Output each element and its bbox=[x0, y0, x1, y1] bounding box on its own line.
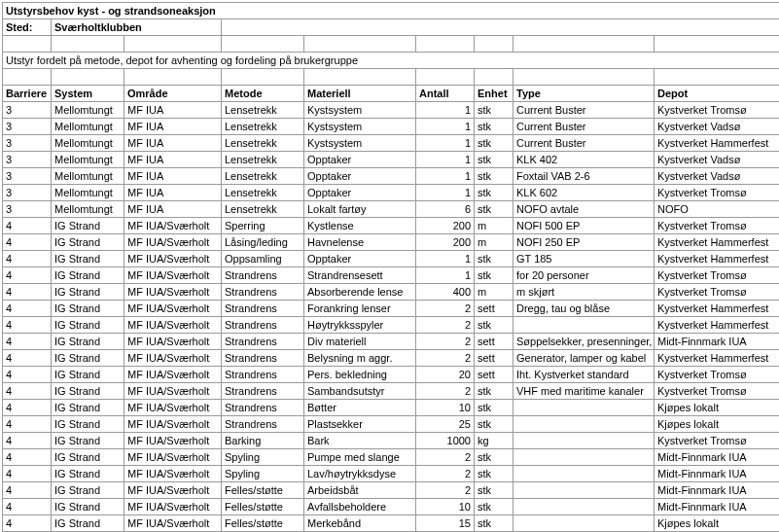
cell-type: GT 185 bbox=[513, 251, 655, 267]
header-system: System bbox=[52, 86, 124, 102]
cell-system: Mellomtungt bbox=[52, 119, 124, 135]
cell-barriere: 4 bbox=[3, 466, 52, 482]
cell-type: NOFI 500 EP bbox=[513, 218, 655, 234]
cell-type bbox=[513, 416, 655, 433]
cell-barriere: 3 bbox=[3, 185, 52, 201]
cell-enhet: stk bbox=[475, 499, 513, 515]
cell-metode: Låsing/leding bbox=[222, 234, 304, 251]
cell-materiell: Høytrykksspyler bbox=[304, 317, 416, 334]
cell-metode: Lensetrekk bbox=[222, 168, 304, 185]
cell-antall: 1 bbox=[416, 102, 475, 119]
cell-enhet: sett bbox=[475, 367, 513, 383]
cell-enhet: stk bbox=[475, 515, 513, 532]
sted-value: Sværholtklubben bbox=[52, 19, 222, 36]
cell-depot: Midt-Finnmark IUA bbox=[655, 466, 780, 482]
cell-antall: 2 bbox=[416, 334, 475, 350]
cell-antall: 2 bbox=[416, 466, 475, 482]
cell-system: IG Strand bbox=[52, 400, 124, 416]
table-row: 4IG StrandMF IUA/SværholtStrandrensSamba… bbox=[3, 383, 780, 400]
cell-metode: Strandrens bbox=[222, 350, 304, 367]
cell-enhet: m bbox=[475, 284, 513, 301]
cell-type: for 20 personer bbox=[513, 267, 655, 284]
cell-enhet: sett bbox=[475, 301, 513, 317]
cell-barriere: 4 bbox=[3, 416, 52, 433]
cell-materiell: Absorberende lense bbox=[304, 284, 416, 301]
cell-type: m skjørt bbox=[513, 284, 655, 301]
cell-enhet: stk bbox=[475, 416, 513, 433]
cell-depot: Kystverket Tromsø bbox=[655, 284, 780, 301]
cell-depot: Kystverket Tromsø bbox=[655, 185, 780, 201]
cell-system: IG Strand bbox=[52, 301, 124, 317]
cell-metode: Barking bbox=[222, 433, 304, 449]
cell-antall: 6 bbox=[416, 201, 475, 218]
cell-barriere: 4 bbox=[3, 301, 52, 317]
cell-system: Mellomtungt bbox=[52, 185, 124, 201]
header-materiell: Materiell bbox=[304, 86, 416, 102]
cell-depot: Kystverket Tromsø bbox=[655, 383, 780, 400]
cell-enhet: stk bbox=[475, 251, 513, 267]
cell-metode: Oppsamling bbox=[222, 251, 304, 267]
cell-barriere: 3 bbox=[3, 119, 52, 135]
cell-antall: 25 bbox=[416, 416, 475, 433]
cell-type: NOFO avtale bbox=[513, 201, 655, 218]
cell-depot: Kystverket Hammerfest bbox=[655, 301, 780, 317]
cell-barriere: 4 bbox=[3, 515, 52, 532]
cell-enhet: stk bbox=[475, 135, 513, 152]
cell-type: Current Buster bbox=[513, 135, 655, 152]
cell-depot: Kystverket Vadsø bbox=[655, 152, 780, 168]
cell-type: Current Buster bbox=[513, 102, 655, 119]
cell-enhet: sett bbox=[475, 350, 513, 367]
cell-omrade: MF IUA/Sværholt bbox=[124, 499, 222, 515]
cell-barriere: 4 bbox=[3, 499, 52, 515]
header-metode: Metode bbox=[222, 86, 304, 102]
cell-system: Mellomtungt bbox=[52, 168, 124, 185]
subtitle: Utstyr fordelt på metode, depot for avhe… bbox=[3, 53, 780, 69]
cell-depot: Kjøpes lokalt bbox=[655, 515, 780, 532]
cell-barriere: 3 bbox=[3, 168, 52, 185]
cell-enhet: stk bbox=[475, 383, 513, 400]
cell-materiell: Opptaker bbox=[304, 185, 416, 201]
cell-omrade: MF IUA bbox=[124, 201, 222, 218]
cell-materiell: Bøtter bbox=[304, 400, 416, 416]
cell-barriere: 4 bbox=[3, 433, 52, 449]
cell-system: IG Strand bbox=[52, 317, 124, 334]
cell-metode: Lensetrekk bbox=[222, 102, 304, 119]
blank-row bbox=[3, 69, 780, 86]
cell-type: Søppelsekker, presenninger, bbox=[513, 334, 655, 350]
cell-materiell: Arbeidsbåt bbox=[304, 482, 416, 499]
page-title: Utstyrsbehov kyst - og strandsoneaksjon bbox=[3, 3, 780, 19]
cell-enhet: stk bbox=[475, 317, 513, 334]
cell-barriere: 3 bbox=[3, 201, 52, 218]
table-row: 4IG StrandMF IUA/SværholtStrandrensPlast… bbox=[3, 416, 780, 433]
cell-materiell: Sambandsutstyr bbox=[304, 383, 416, 400]
cell-system: IG Strand bbox=[52, 383, 124, 400]
cell-antall: 10 bbox=[416, 400, 475, 416]
cell-antall: 2 bbox=[416, 383, 475, 400]
cell-metode: Strandrens bbox=[222, 301, 304, 317]
cell-omrade: MF IUA/Sværholt bbox=[124, 251, 222, 267]
cell-antall: 2 bbox=[416, 482, 475, 499]
cell-antall: 400 bbox=[416, 284, 475, 301]
cell-enhet: stk bbox=[475, 119, 513, 135]
cell-depot: Midt-Finnmark IUA bbox=[655, 499, 780, 515]
cell-system: IG Strand bbox=[52, 499, 124, 515]
cell-type: Dregg, tau og blåse bbox=[513, 301, 655, 317]
cell-type: NOFI 250 EP bbox=[513, 234, 655, 251]
header-type: Type bbox=[513, 86, 655, 102]
cell-materiell: Kystsystem bbox=[304, 119, 416, 135]
cell-antall: 1 bbox=[416, 185, 475, 201]
cell-depot: Kystverket Hammerfest bbox=[655, 135, 780, 152]
cell-omrade: MF IUA bbox=[124, 135, 222, 152]
cell-system: Mellomtungt bbox=[52, 152, 124, 168]
header-enhet: Enhet bbox=[475, 86, 513, 102]
cell-materiell: Lokalt fartøy bbox=[304, 201, 416, 218]
equipment-table: Utstyrsbehov kyst - og strandsoneaksjon … bbox=[2, 2, 779, 532]
cell-system: IG Strand bbox=[52, 466, 124, 482]
cell-barriere: 4 bbox=[3, 449, 52, 466]
cell-depot: Kystverket Hammerfest bbox=[655, 350, 780, 367]
cell-barriere: 3 bbox=[3, 152, 52, 168]
table-row: 3MellomtungtMF IUALensetrekkLokalt fartø… bbox=[3, 201, 780, 218]
table-row: 3MellomtungtMF IUALensetrekkKystsystem1s… bbox=[3, 135, 780, 152]
cell-system: IG Strand bbox=[52, 367, 124, 383]
header-omrade: Område bbox=[124, 86, 222, 102]
